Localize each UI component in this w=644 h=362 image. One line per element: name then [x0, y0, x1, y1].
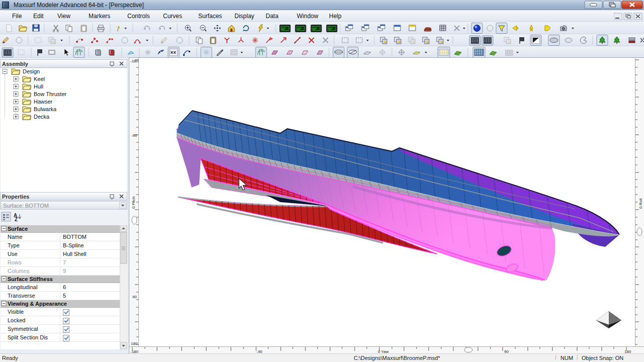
svg-text:90: 90 — [132, 295, 137, 299]
svg-text:Z: Z — [15, 217, 18, 222]
svg-text:Bow Thruster: Bow Thruster — [34, 91, 67, 97]
svg-text:Design: Design — [23, 68, 40, 74]
svg-text:Hawser: Hawser — [34, 99, 53, 105]
svg-text:180: 180 — [131, 341, 138, 346]
svg-text:0 Pitch: 0 Pitch — [131, 197, 136, 209]
svg-text:-180: -180 — [130, 59, 139, 63]
svg-text:××: ×× — [171, 50, 177, 55]
svg-text:0 Roll: 0 Roll — [638, 198, 643, 209]
svg-text:Keel: Keel — [34, 76, 45, 82]
svg-text:Bulwarka: Bulwarka — [34, 106, 57, 112]
svg-text:Hull: Hull — [34, 83, 43, 89]
svg-text:Decka: Decka — [34, 114, 50, 120]
svg-text:-90: -90 — [131, 133, 137, 138]
